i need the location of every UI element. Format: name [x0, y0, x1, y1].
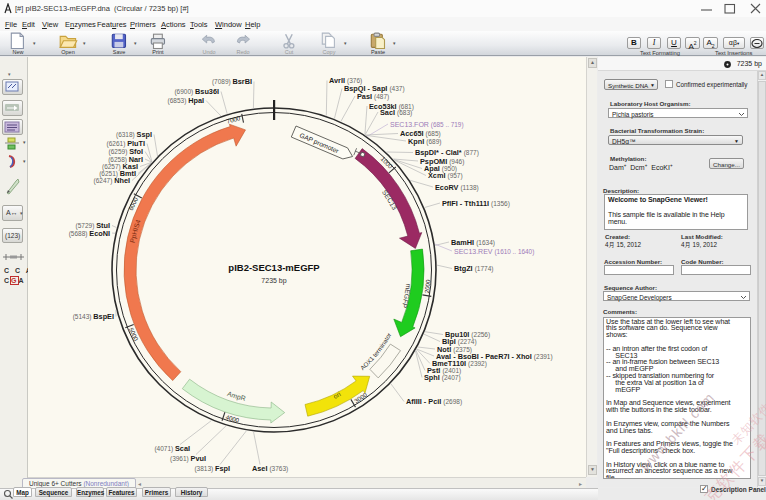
- svg-text:(3813) FspI: (3813) FspI: [194, 464, 230, 473]
- svg-text:(6853) HpaI: (6853) HpaI: [168, 96, 204, 105]
- svg-text:(6247) NheI: (6247) NheI: [94, 176, 130, 185]
- svg-text:(5143) BspEI: (5143) BspEI: [73, 312, 114, 321]
- svg-text:SacI (683): SacI (683): [380, 108, 412, 117]
- svg-text:pIB2-SEC13-mEGFP: pIB2-SEC13-mEGFP: [228, 262, 320, 273]
- svg-text:(4071) ScaI: (4071) ScaI: [154, 444, 190, 453]
- svg-text:7235 bp: 7235 bp: [261, 277, 286, 285]
- svg-text:(7089) BsrBI: (7089) BsrBI: [212, 77, 252, 86]
- svg-text:(6318) SspI: (6318) SspI: [116, 130, 152, 139]
- svg-text:(5688) EcoNI: (5688) EcoNI: [69, 229, 110, 238]
- svg-text:AseI (3763): AseI (3763): [252, 464, 288, 473]
- svg-text:BamHI (1634): BamHI (1634): [451, 238, 495, 247]
- svg-text:XcmI (957): XcmI (957): [428, 171, 463, 180]
- svg-text:KpnI (689): KpnI (689): [408, 137, 441, 146]
- svg-text:SEC13.FOR (685 .. 719): SEC13.FOR (685 .. 719): [390, 121, 464, 129]
- svg-text:(123): (123): [5, 232, 20, 240]
- svg-text:SEC13.REV (1610 .. 1640): SEC13.REV (1610 .. 1640): [454, 248, 534, 256]
- svg-text:AmpR: AmpR: [226, 390, 246, 402]
- svg-text:(3961) PvuI: (3961) PvuI: [170, 454, 206, 463]
- svg-text:BtgZI (1774): BtgZI (1774): [454, 264, 493, 273]
- svg-text:PflFI - Tth111I (1356): PflFI - Tth111I (1356): [442, 199, 510, 208]
- svg-text:7000: 7000: [226, 114, 242, 124]
- svg-text:(6900) Bsu36I: (6900) Bsu36I: [174, 87, 219, 96]
- svg-text:A↔: A↔: [6, 209, 18, 216]
- svg-text:AflIII - PciI (2698): AflIII - PciI (2698): [406, 397, 462, 406]
- svg-text:PasI (487): PasI (487): [357, 92, 389, 101]
- svg-text:SphI (2407): SphI (2407): [424, 373, 461, 382]
- svg-text:EcoRV (1138): EcoRV (1138): [435, 183, 479, 192]
